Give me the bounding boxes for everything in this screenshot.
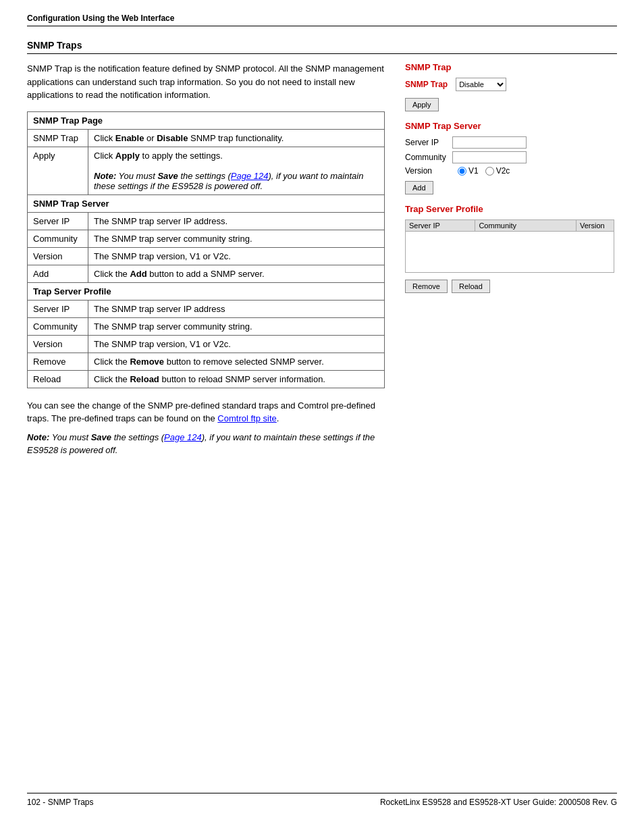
page-footer: 102 - SNMP Traps RocketLinx ES9528 and E…	[27, 793, 617, 807]
profile-scroll-area[interactable]	[406, 232, 614, 272]
row-label-profile-community: Community	[28, 317, 88, 335]
row-label-server-ip: Server IP	[28, 212, 88, 230]
snmp-trap-panel: SNMP Trap SNMP Trap Disable Enable Apply	[405, 62, 614, 111]
main-content: SNMP Trap is the notification feature de…	[27, 62, 617, 793]
col-header-community: Community	[475, 220, 576, 231]
row-desc-profile-server-ip: The SNMP trap server IP address	[88, 300, 385, 317]
row-label-snmp-trap: SNMP Trap	[28, 129, 88, 147]
row-label-community: Community	[28, 230, 88, 247]
row-label-apply: Apply	[28, 147, 88, 194]
right-column: SNMP Trap SNMP Trap Disable Enable Apply…	[405, 62, 614, 793]
snmp-trap-server-title: SNMP Trap Server	[405, 121, 614, 131]
snmp-trap-field-label: SNMP Trap	[405, 80, 448, 89]
row-desc-snmp-trap: Click Enable or Disable SNMP trap functi…	[88, 129, 385, 147]
group-header-trap-profile: Trap Server Profile	[28, 282, 385, 300]
snmp-trap-dropdown[interactable]: Disable Enable	[456, 78, 506, 91]
trap-server-profile-panel: Trap Server Profile Server IP Community …	[405, 204, 614, 293]
bottom-note-suffix: .	[277, 413, 279, 423]
table-row: Reload Click the Reload button to reload…	[28, 370, 385, 388]
table-row: SNMP Trap Page	[28, 111, 385, 129]
table-row: Add Click the Add button to add a SNMP s…	[28, 265, 385, 282]
row-desc-remove: Click the Remove button to remove select…	[88, 353, 385, 370]
row-label-add: Add	[28, 265, 88, 282]
trap-server-profile-title: Trap Server Profile	[405, 204, 614, 214]
row-label-version: Version	[28, 247, 88, 265]
snmp-trap-top-row: SNMP Trap Disable Enable	[405, 78, 614, 91]
row-label-reload: Reload	[28, 370, 88, 388]
table-row: Apply Click Apply to apply the settings.…	[28, 147, 385, 194]
note2-body: You must Save the settings (Page 124), i…	[27, 432, 375, 456]
footer-right: RocketLinx ES9528 and ES9528-XT User Gui…	[380, 798, 617, 807]
row-label-remove: Remove	[28, 353, 88, 370]
v1-radio[interactable]	[458, 167, 466, 176]
table-row: Server IP The SNMP trap server IP addres…	[28, 300, 385, 317]
snmp-trap-server-panel: SNMP Trap Server Server IP Community Ver…	[405, 121, 614, 194]
col-header-server-ip: Server IP	[406, 220, 475, 231]
table-row: Remove Click the Remove button to remove…	[28, 353, 385, 370]
page-124-link-1[interactable]: Page 124	[231, 171, 269, 181]
version-radio-group: V1 V2c	[458, 166, 510, 176]
server-ip-input[interactable]	[452, 136, 527, 149]
bottom-note-prefix: You can see the change of the SNMP pre-d…	[27, 400, 375, 424]
row-desc-profile-community: The SNMP trap server community string.	[88, 317, 385, 335]
left-column: SNMP Trap is the notification feature de…	[27, 62, 385, 793]
version-row: Version V1 V2c	[405, 166, 614, 176]
table-row: Trap Server Profile	[28, 282, 385, 300]
row-desc-profile-version: The SNMP trap version, V1 or V2c.	[88, 335, 385, 353]
row-label-profile-server-ip: Server IP	[28, 300, 88, 317]
group-header-snmp-trap-server: SNMP Trap Server	[28, 194, 385, 212]
row-desc-reload: Click the Reload button to reload SNMP s…	[88, 370, 385, 388]
server-ip-label: Server IP	[405, 138, 452, 147]
community-row: Community	[405, 151, 614, 163]
row-label-profile-version: Version	[28, 335, 88, 353]
profile-table-header: Server IP Community Version	[406, 220, 614, 232]
table-row: Server IP The SNMP trap server IP addres…	[28, 212, 385, 230]
footer-left: 102 - SNMP Traps	[27, 798, 93, 807]
header-text: Configuration Using the Web Interface	[27, 14, 174, 23]
version-label: Version	[405, 166, 452, 176]
row-desc-add: Click the Add button to add a SNMP serve…	[88, 265, 385, 282]
row-desc-community: The SNMP trap server community string.	[88, 230, 385, 247]
table-row: SNMP Trap Click Enable or Disable SNMP t…	[28, 129, 385, 147]
bottom-note: You can see the change of the SNMP pre-d…	[27, 399, 385, 425]
intro-paragraph: SNMP Trap is the notification feature de…	[27, 62, 385, 102]
group-header-snmp-trap-page: SNMP Trap Page	[28, 111, 385, 129]
table-row: Version The SNMP trap version, V1 or V2c…	[28, 335, 385, 353]
v1-option[interactable]: V1	[458, 166, 479, 176]
table-row: SNMP Trap Server	[28, 194, 385, 212]
server-ip-row: Server IP	[405, 136, 614, 149]
page-124-link-2[interactable]: Page 124	[164, 432, 202, 442]
apply-button[interactable]: Apply	[405, 98, 439, 111]
v2c-radio[interactable]	[485, 167, 494, 176]
v2c-option[interactable]: V2c	[485, 166, 510, 176]
comtrol-ftp-link[interactable]: Comtrol ftp site	[217, 413, 276, 423]
v1-label: V1	[468, 166, 479, 176]
table-row: Community The SNMP trap server community…	[28, 317, 385, 335]
col-header-version: Version	[576, 220, 614, 231]
row-desc-apply: Click Apply to apply the settings. Note:…	[88, 147, 385, 194]
table-row: Version The SNMP trap version, V1 or V2c…	[28, 247, 385, 265]
table-row: Community The SNMP trap server community…	[28, 230, 385, 247]
community-label: Community	[405, 153, 452, 162]
page-header: Configuration Using the Web Interface	[27, 14, 617, 26]
profile-btn-row: Remove Reload	[405, 277, 614, 293]
note2-label: Note:	[27, 432, 49, 442]
snmp-trap-panel-title: SNMP Trap	[405, 62, 614, 72]
remove-button[interactable]: Remove	[405, 280, 448, 293]
description-table: SNMP Trap Page SNMP Trap Click Enable or…	[27, 111, 385, 388]
reload-button[interactable]: Reload	[452, 280, 490, 293]
profile-table-wrapper: Server IP Community Version	[405, 219, 614, 273]
row-desc-version: The SNMP trap version, V1 or V2c.	[88, 247, 385, 265]
section-title: SNMP Traps	[27, 40, 617, 54]
community-input[interactable]	[452, 151, 527, 163]
v2c-label: V2c	[496, 166, 510, 176]
bottom-note2: Note: You must Save the settings (Page 1…	[27, 431, 385, 457]
add-button[interactable]: Add	[405, 181, 433, 194]
row-desc-server-ip: The SNMP trap server IP address.	[88, 212, 385, 230]
